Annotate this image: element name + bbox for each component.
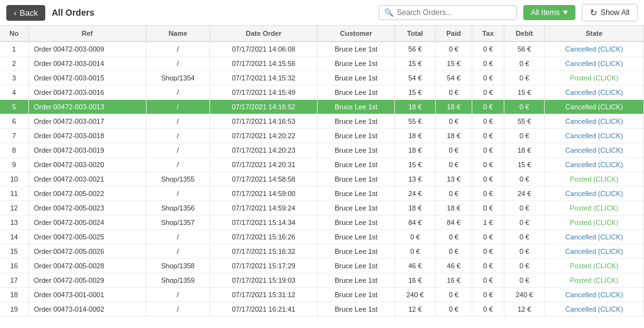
cell-date: 07/17/2021 15:17:29 — [210, 259, 318, 273]
cell-state[interactable]: Cancelled (CLICK) — [545, 41, 644, 57]
cell-date: 07/17/2021 14:15:56 — [210, 57, 318, 71]
cell-state[interactable]: Posted (CLICK) — [545, 71, 644, 85]
table-row[interactable]: 12 Order 00472-005-0023 Shop/1356 07/17/… — [0, 201, 644, 216]
cell-date: 07/17/2021 14:15:49 — [210, 85, 318, 100]
col-ref: Ref — [28, 26, 146, 41]
cell-state[interactable]: Cancelled (CLICK) — [545, 143, 644, 158]
cell-no: 7 — [0, 129, 28, 143]
cell-state[interactable]: Cancelled (CLICK) — [545, 244, 644, 259]
cell-state[interactable]: Cancelled (CLICK) — [545, 187, 644, 201]
cell-tax: 1 € — [472, 216, 504, 230]
cell-no: 10 — [0, 172, 28, 187]
table-row[interactable]: 13 Order 00472-005-0024 Shop/1357 07/17/… — [0, 216, 644, 230]
cell-debit: 55 € — [504, 114, 545, 129]
cell-debit: 18 € — [504, 143, 545, 158]
col-state: State — [545, 26, 644, 41]
col-total: Total — [395, 26, 436, 41]
cell-state[interactable]: Posted (CLICK) — [545, 273, 644, 288]
cell-no: 14 — [0, 230, 28, 244]
cell-state[interactable]: Cancelled (CLICK) — [545, 230, 644, 244]
cell-ref: Order 00472-005-0029 — [28, 273, 146, 288]
table-row[interactable]: 3 Order 00472-003-0015 Shop/1354 07/17/2… — [0, 71, 644, 85]
cell-customer: Bruce Lee 1st — [318, 41, 395, 57]
table-row[interactable]: 16 Order 00472-005-0028 Shop/1358 07/17/… — [0, 259, 644, 273]
cell-debit: 12 € — [504, 302, 545, 317]
show-all-button[interactable]: ↻ Show All — [582, 4, 638, 21]
cell-state[interactable]: Posted (CLICK) — [545, 201, 644, 216]
cell-state[interactable]: Cancelled (CLICK) — [545, 57, 644, 71]
table-row[interactable]: 14 Order 00472-005-0025 / 07/17/2021 15:… — [0, 230, 644, 244]
cell-state[interactable]: Posted (CLICK) — [545, 216, 644, 230]
cell-paid: 0 € — [435, 143, 472, 158]
search-input[interactable] — [397, 8, 511, 17]
cell-tax: 0 € — [472, 158, 504, 172]
cell-no: 2 — [0, 57, 28, 71]
table-row[interactable]: 8 Order 00472-003-0019 / 07/17/2021 14:2… — [0, 143, 644, 158]
all-items-label: All Items — [531, 8, 560, 17]
cell-state[interactable]: Cancelled (CLICK) — [545, 114, 644, 129]
cell-no: 5 — [0, 100, 28, 114]
cell-debit: 0 € — [504, 216, 545, 230]
cell-no: 6 — [0, 114, 28, 129]
col-date: Date Order — [210, 26, 318, 41]
cell-customer: Bruce Lee 1st — [318, 158, 395, 172]
cell-customer: Bruce Lee 1st — [318, 244, 395, 259]
cell-tax: 0 € — [472, 273, 504, 288]
cell-customer: Bruce Lee 1st — [318, 187, 395, 201]
cell-total: 12 € — [395, 302, 436, 317]
cell-state[interactable]: Posted (CLICK) — [545, 259, 644, 273]
cell-date: 07/17/2021 15:14:34 — [210, 216, 318, 230]
table-row[interactable]: 17 Order 00472-005-0029 Shop/1359 07/17/… — [0, 273, 644, 288]
table-row[interactable]: 5 Order 00472-003-0013 / 07/17/2021 14:1… — [0, 100, 644, 114]
cell-no: 19 — [0, 302, 28, 317]
back-arrow-icon: ‹ — [14, 8, 16, 18]
cell-tax: 0 € — [472, 71, 504, 85]
cell-ref: Order 00472-003-0021 — [28, 172, 146, 187]
cell-name: / — [146, 85, 210, 100]
cell-paid: 54 € — [435, 71, 472, 85]
cell-state[interactable]: Cancelled (CLICK) — [545, 158, 644, 172]
table-row[interactable]: 11 Order 00472-005-0022 / 07/17/2021 14:… — [0, 187, 644, 201]
all-items-button[interactable]: All Items — [523, 5, 575, 20]
cell-total: 46 € — [395, 259, 436, 273]
table-row[interactable]: 15 Order 00472-005-0026 / 07/17/2021 15:… — [0, 244, 644, 259]
cell-paid: 0 € — [435, 288, 472, 302]
cell-state[interactable]: Cancelled (CLICK) — [545, 85, 644, 100]
back-button[interactable]: ‹ Back — [6, 5, 45, 21]
cell-state[interactable]: Cancelled (CLICK) — [545, 100, 644, 114]
cell-state[interactable]: Posted (CLICK) — [545, 172, 644, 187]
cell-no: 13 — [0, 216, 28, 230]
table-row[interactable]: 9 Order 00472-003-0020 / 07/17/2021 14:2… — [0, 158, 644, 172]
cell-no: 15 — [0, 244, 28, 259]
cell-state[interactable]: Cancelled (CLICK) — [545, 129, 644, 143]
cell-total: 18 € — [395, 100, 436, 114]
table-row[interactable]: 1 Order 00472-003-0009 / 07/17/2021 14:0… — [0, 41, 644, 57]
cell-no: 4 — [0, 85, 28, 100]
cell-date: 07/17/2021 14:16:53 — [210, 114, 318, 129]
cell-state[interactable]: Cancelled (CLICK) — [545, 288, 644, 302]
cell-paid: 0 € — [435, 302, 472, 317]
col-debit: Debit — [504, 26, 545, 41]
cell-ref: Order 00472-003-0017 — [28, 114, 146, 129]
cell-tax: 0 € — [472, 201, 504, 216]
table-row[interactable]: 6 Order 00472-003-0017 / 07/17/2021 14:1… — [0, 114, 644, 129]
table-row[interactable]: 7 Order 00472-003-0018 / 07/17/2021 14:2… — [0, 129, 644, 143]
cell-total: 15 € — [395, 57, 436, 71]
table-row[interactable]: 18 Order 00473-001-0001 / 07/17/2021 15:… — [0, 288, 644, 302]
cell-no: 1 — [0, 41, 28, 57]
cell-date: 07/17/2021 16:21:41 — [210, 302, 318, 317]
cell-ref: Order 00472-003-0014 — [28, 57, 146, 71]
table-row[interactable]: 4 Order 00472-003-0016 / 07/17/2021 14:1… — [0, 85, 644, 100]
cell-debit: 15 € — [504, 158, 545, 172]
cell-name: / — [146, 302, 210, 317]
table-row[interactable]: 2 Order 00472-003-0014 / 07/17/2021 14:1… — [0, 57, 644, 71]
table-row[interactable]: 10 Order 00472-003-0021 Shop/1355 07/17/… — [0, 172, 644, 187]
cell-name: / — [146, 288, 210, 302]
cell-paid: 18 € — [435, 100, 472, 114]
cell-customer: Bruce Lee 1st — [318, 129, 395, 143]
cell-state[interactable]: Cancelled (CLICK) — [545, 302, 644, 317]
cell-debit: 0 € — [504, 259, 545, 273]
table-row[interactable]: 19 Order 00473-014-0002 / 07/17/2021 16:… — [0, 302, 644, 317]
cell-paid: 0 € — [435, 244, 472, 259]
cell-tax: 0 € — [472, 57, 504, 71]
